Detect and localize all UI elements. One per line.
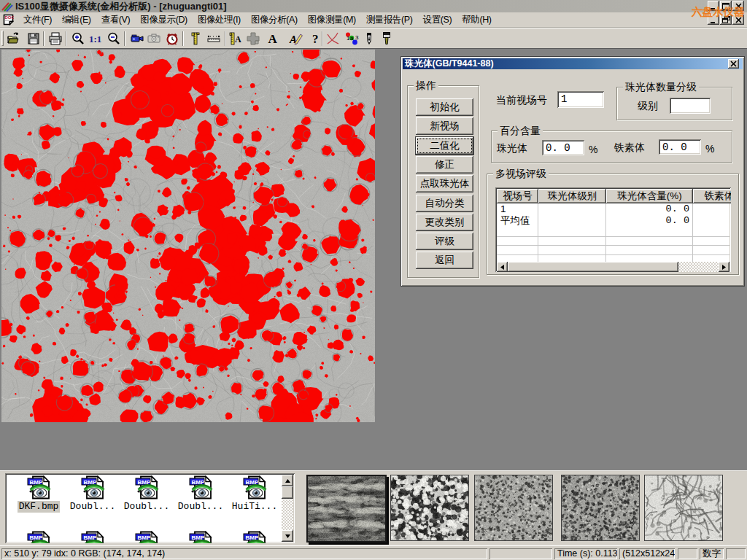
menu-item-6[interactable]: 图像分析(A) bbox=[246, 12, 303, 27]
toolbar-button-open-folder[interactable] bbox=[5, 31, 22, 47]
menu-item-3[interactable]: 查看(V) bbox=[96, 12, 136, 27]
zoom-out-icon bbox=[107, 31, 121, 46]
file-item-Doubl[interactable]: BMPDoubl... bbox=[174, 475, 227, 513]
file-item-row2[interactable]: BMP bbox=[228, 531, 281, 543]
op-button-6[interactable]: 自动分类 bbox=[416, 195, 473, 212]
toolbar-button-text-edit[interactable]: A bbox=[287, 31, 304, 47]
table-col-header-3[interactable]: 珠光体含量(%) bbox=[606, 189, 693, 203]
toolbar-button-caliper-vertical[interactable] bbox=[187, 31, 204, 47]
multifield-table[interactable]: 视场号珠光体级别珠光体含量(%)铁素体含量(%) 10. 0平均值0. 0 bbox=[495, 187, 731, 272]
move-cross-icon bbox=[246, 31, 260, 46]
toolbar-button-save-floppy[interactable] bbox=[25, 31, 42, 47]
toolbar-button-ruler-horizontal[interactable] bbox=[205, 31, 222, 47]
toolbar-button-timer-clock[interactable] bbox=[163, 31, 180, 47]
thumb-4[interactable] bbox=[561, 475, 640, 541]
current-field-input[interactable]: 1 bbox=[557, 91, 604, 108]
op-button-1[interactable]: 初始化 bbox=[416, 98, 473, 116]
thumb-1[interactable] bbox=[306, 475, 387, 542]
toolbar-button-text-a[interactable]: A bbox=[264, 31, 281, 47]
file-item-Doubl[interactable]: BMPDoubl... bbox=[120, 475, 173, 513]
text-a-icon: A bbox=[266, 31, 280, 46]
file-item-Doubl[interactable]: BMPDoubl... bbox=[66, 475, 119, 513]
file-item-row2[interactable]: BMP bbox=[12, 531, 65, 543]
file-item-DKFbmp[interactable]: BMPDKF.bmp bbox=[12, 475, 65, 513]
file-list[interactable]: BMPDKF.bmpBMPDoubl...BMPDoubl...BMPDoubl… bbox=[5, 473, 295, 543]
document-icon[interactable]: DOC bbox=[3, 14, 14, 26]
toolbar-button-photo-camera[interactable] bbox=[145, 31, 162, 47]
op-button-3[interactable]: 二值化 bbox=[416, 137, 473, 155]
toolbar-button-pen-tool[interactable] bbox=[360, 31, 377, 47]
zoom-in-icon bbox=[71, 31, 85, 46]
bmp-file-icon: BMP bbox=[174, 475, 227, 500]
op-button-9[interactable]: 返回 bbox=[416, 252, 473, 269]
table-cell bbox=[538, 203, 606, 215]
table-col-header-1[interactable]: 视场号 bbox=[497, 189, 538, 203]
toolbar-button-brush[interactable] bbox=[378, 31, 395, 47]
toolbar-button-caliper-text[interactable]: A bbox=[228, 31, 244, 47]
file-item-HuiTi[interactable]: BMPHuiTi... bbox=[228, 475, 281, 513]
menu-item-10[interactable]: 帮助(H) bbox=[457, 12, 496, 27]
menu-item-2[interactable]: 编辑(E) bbox=[57, 12, 96, 27]
bmp-file-icon: BMP bbox=[120, 531, 173, 543]
thumb-5[interactable] bbox=[644, 475, 723, 541]
file-item-row2[interactable]: BMP bbox=[66, 531, 119, 543]
classify-balls-icon: 1a3 bbox=[344, 31, 359, 46]
table-col-header-4[interactable]: 铁素体含量(%) bbox=[693, 189, 731, 203]
op-button-5[interactable]: 点取珠光体 bbox=[416, 175, 473, 192]
scroll-left-button[interactable] bbox=[497, 262, 508, 272]
scroll-right-button[interactable] bbox=[719, 262, 729, 272]
grade-level-input[interactable] bbox=[670, 98, 711, 114]
table-row[interactable]: 10. 0 bbox=[497, 203, 729, 215]
hscroll-thumb[interactable] bbox=[508, 262, 678, 272]
table-cell: 0. 0 bbox=[606, 215, 693, 227]
file-item-row2[interactable]: BMP bbox=[120, 531, 173, 543]
scroll-down-button[interactable] bbox=[282, 530, 293, 542]
op-button-2[interactable]: 新视场 bbox=[416, 117, 473, 135]
thumb-2-image bbox=[391, 475, 468, 540]
pearlite-percent-input[interactable]: 0. 0 bbox=[542, 140, 584, 155]
table-hscrollbar[interactable] bbox=[497, 262, 729, 272]
thumb-3[interactable] bbox=[474, 475, 553, 541]
file-list-scrollbar[interactable] bbox=[282, 475, 293, 542]
ferrite-percent-input[interactable]: 0. 0 bbox=[659, 139, 701, 155]
status-bar: x: 510 y: 79 idx: 0 RGB: (174, 174, 174)… bbox=[0, 545, 747, 560]
operations-group-label: 操作 bbox=[414, 79, 438, 91]
table-col-header-2[interactable]: 珠光体级别 bbox=[538, 189, 606, 203]
vscroll-thumb[interactable] bbox=[282, 486, 293, 499]
toolbar-button-curve-cross[interactable] bbox=[325, 31, 341, 47]
menu-item-5[interactable]: 图像处理(I) bbox=[193, 12, 246, 27]
op-button-8[interactable]: 评级 bbox=[416, 233, 473, 250]
dialog-close-button[interactable] bbox=[728, 59, 739, 69]
thumb-2[interactable] bbox=[390, 475, 469, 541]
app-icon bbox=[1, 1, 13, 12]
toolbar-button-print[interactable] bbox=[47, 31, 63, 47]
menu-item-4[interactable]: 图像显示(D) bbox=[135, 12, 193, 27]
dialog-title: 珠光体(GB/T9441-88) bbox=[405, 58, 494, 69]
bmp-file-icon: BMP bbox=[174, 531, 227, 543]
table-row[interactable]: 平均值0. 0 bbox=[497, 215, 729, 227]
micrograph-image[interactable] bbox=[1, 50, 375, 422]
menu-item-8[interactable]: 测量报告(P) bbox=[361, 12, 418, 27]
status-panel-2 bbox=[489, 548, 552, 559]
toolbar: 1:1AAA?1a3 bbox=[0, 28, 747, 48]
menu-bar: DOC 文件(F)编辑(E)查看(V)图像显示(D)图像处理(I)图像分析(A)… bbox=[0, 12, 747, 28]
op-button-7[interactable]: 更改类别 bbox=[416, 214, 473, 231]
menu-item-7[interactable]: 图像测量(M) bbox=[303, 12, 361, 27]
toolbar-button-move-cross[interactable] bbox=[244, 31, 261, 47]
dialog-titlebar[interactable]: 珠光体(GB/T9441-88) bbox=[403, 58, 743, 69]
scroll-up-button[interactable] bbox=[282, 475, 293, 486]
thumb-5-image bbox=[645, 475, 722, 540]
toolbar-button-zoom-in[interactable] bbox=[69, 31, 86, 47]
bottom-panel: BMPDKF.bmpBMPDoubl...BMPDoubl...BMPDoubl… bbox=[0, 470, 747, 545]
toolbar-button-video-camera[interactable] bbox=[128, 31, 145, 47]
menu-item-1[interactable]: 文件(F) bbox=[18, 12, 57, 27]
toolbar-button-actual-size[interactable]: 1:1 bbox=[87, 31, 104, 47]
toolbar-button-zoom-out[interactable] bbox=[105, 31, 122, 47]
toolbar-button-classify-balls[interactable]: 1a3 bbox=[343, 31, 360, 47]
bmp-file-icon: BMP bbox=[66, 475, 119, 500]
file-item-row2[interactable]: BMP bbox=[174, 531, 227, 543]
op-button-4[interactable]: 修正 bbox=[416, 156, 473, 174]
menu-item-9[interactable]: 设置(S) bbox=[418, 12, 457, 27]
table-gridline bbox=[497, 254, 729, 255]
bmp-file-icon: BMP bbox=[228, 475, 281, 500]
